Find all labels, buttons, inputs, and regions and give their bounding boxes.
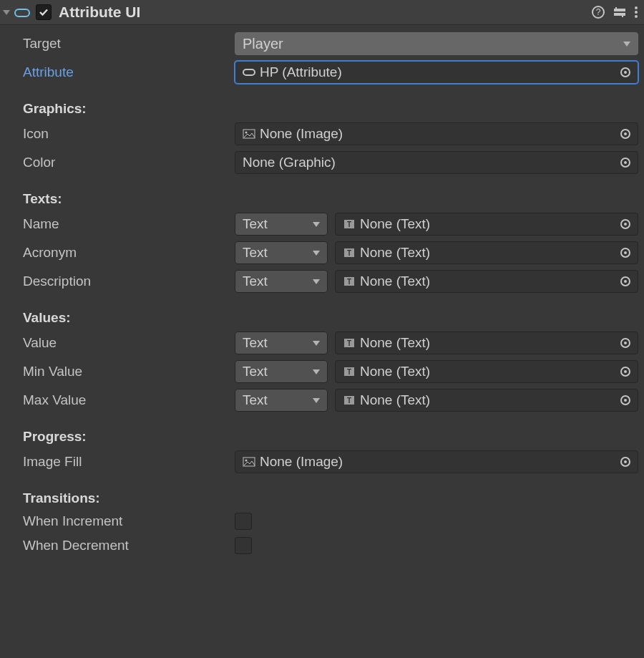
context-menu-icon[interactable] (634, 5, 638, 19)
chevron-down-icon (313, 398, 320, 403)
svg-point-3 (635, 11, 638, 14)
svg-text:T: T (347, 368, 351, 376)
text-type-icon: T (343, 337, 356, 349)
value-object-field[interactable]: T None (Text) (335, 332, 638, 354)
maxvalue-object-field[interactable]: T None (Text) (335, 389, 638, 412)
object-picker-icon[interactable] (620, 395, 630, 405)
text-type-icon: T (343, 247, 356, 258)
minvalue-object-field[interactable]: T None (Text) (335, 360, 638, 383)
when-decrement-label: When Decrement (6, 538, 228, 553)
when-increment-label: When Increment (6, 513, 228, 529)
object-picker-icon[interactable] (620, 367, 630, 377)
acronym-type-dropdown[interactable]: Text (235, 241, 328, 264)
name-object-field[interactable]: T None (Text) (335, 213, 638, 236)
description-type-value: Text (243, 274, 268, 289)
minvalue-type-dropdown[interactable]: Text (235, 360, 328, 383)
maxvalue-type-dropdown[interactable]: Text (235, 389, 328, 412)
svg-text:T: T (347, 249, 351, 257)
chevron-down-icon (313, 279, 320, 284)
object-picker-icon[interactable] (620, 248, 630, 258)
imagefill-label: Image Fill (6, 454, 228, 470)
svg-point-6 (245, 132, 248, 134)
target-dropdown[interactable]: Player (235, 32, 638, 55)
color-value: None (Graphic) (243, 155, 620, 170)
icon-object-field[interactable]: None (Image) (235, 122, 638, 145)
image-type-icon (243, 456, 255, 468)
value-value: None (Text) (360, 335, 620, 351)
attribute-object-field[interactable]: HP (Attribute) (235, 61, 638, 84)
when-increment-checkbox[interactable] (235, 513, 252, 530)
svg-text:T: T (347, 339, 351, 347)
description-label: Description (6, 274, 228, 289)
object-picker-icon[interactable] (620, 219, 630, 229)
object-link-icon (243, 69, 255, 76)
color-object-field[interactable]: None (Graphic) (235, 151, 638, 174)
name-type-value: Text (243, 216, 268, 232)
help-icon[interactable]: ? (591, 5, 605, 19)
section-graphics-title: Graphics: (6, 101, 638, 117)
svg-point-20 (245, 460, 248, 462)
section-transitions-title: Transitions: (6, 490, 638, 506)
chevron-down-icon (313, 251, 320, 256)
target-value: Player (243, 36, 623, 52)
svg-point-4 (635, 15, 638, 18)
section-values-title: Values: (6, 310, 638, 326)
name-label: Name (6, 216, 228, 232)
value-type-dropdown[interactable]: Text (235, 332, 328, 354)
imagefill-value: None (Image) (260, 454, 620, 470)
minvalue-value: None (Text) (360, 364, 620, 379)
component-icon (14, 9, 30, 17)
text-type-icon: T (343, 218, 356, 230)
color-label: Color (6, 155, 228, 170)
acronym-type-value: Text (243, 245, 268, 261)
component-enabled-checkbox[interactable] (36, 4, 52, 20)
maxvalue-label: Max Value (6, 392, 228, 408)
object-picker-icon[interactable] (620, 457, 630, 467)
section-texts-title: Texts: (6, 191, 638, 207)
foldout-icon[interactable] (3, 10, 10, 15)
svg-text:T: T (347, 397, 351, 405)
description-value: None (Text) (360, 274, 620, 289)
component-title: Attribute UI (59, 4, 591, 21)
when-decrement-checkbox[interactable] (235, 537, 252, 554)
acronym-object-field[interactable]: T None (Text) (335, 241, 638, 264)
image-type-icon (243, 128, 255, 140)
section-progress-title: Progress: (6, 429, 638, 445)
svg-text:?: ? (596, 7, 601, 17)
icon-value: None (Image) (260, 126, 620, 142)
svg-text:T: T (347, 278, 351, 286)
name-value: None (Text) (360, 216, 620, 232)
target-label: Target (6, 36, 228, 52)
name-type-dropdown[interactable]: Text (235, 213, 328, 236)
maxvalue-type-value: Text (243, 392, 268, 408)
attribute-label: Attribute (6, 64, 228, 80)
object-picker-icon[interactable] (620, 338, 630, 348)
icon-label: Icon (6, 126, 228, 142)
object-picker-icon[interactable] (620, 129, 630, 139)
value-label: Value (6, 335, 228, 351)
chevron-down-icon (623, 42, 630, 47)
description-type-dropdown[interactable]: Text (235, 270, 328, 293)
maxvalue-value: None (Text) (360, 392, 620, 408)
description-object-field[interactable]: T None (Text) (335, 270, 638, 293)
acronym-label: Acronym (6, 245, 228, 261)
chevron-down-icon (313, 222, 320, 227)
component-header: Attribute UI ? (0, 0, 644, 25)
attribute-value: HP (Attribute) (260, 64, 620, 80)
text-type-icon: T (343, 276, 356, 287)
value-type-value: Text (243, 335, 268, 351)
svg-point-2 (635, 6, 638, 9)
chevron-down-icon (313, 341, 320, 346)
chevron-down-icon (313, 369, 320, 374)
minvalue-type-value: Text (243, 364, 268, 379)
minvalue-label: Min Value (6, 364, 228, 379)
text-type-icon: T (343, 366, 356, 377)
object-picker-icon[interactable] (620, 158, 630, 168)
object-picker-icon[interactable] (620, 276, 630, 286)
text-type-icon: T (343, 395, 356, 406)
acronym-value: None (Text) (360, 245, 620, 261)
presets-icon[interactable] (613, 5, 627, 19)
svg-text:T: T (347, 221, 351, 228)
imagefill-object-field[interactable]: None (Image) (235, 450, 638, 473)
object-picker-icon[interactable] (620, 67, 630, 77)
